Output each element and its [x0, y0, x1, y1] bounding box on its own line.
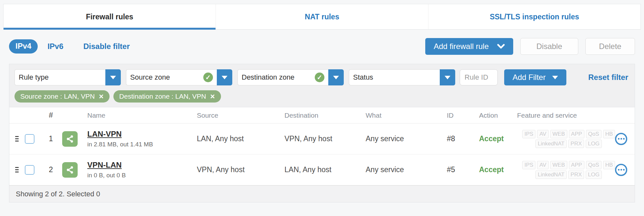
share-icon	[62, 131, 78, 147]
rule-what: Any service	[366, 165, 447, 174]
col-destination: Destination	[284, 112, 366, 119]
feature-badge: LOG	[586, 140, 602, 148]
drag-handle-icon[interactable]	[9, 136, 20, 142]
ellipsis-menu-icon[interactable]	[615, 133, 627, 145]
rule-source: LAN, Any host	[197, 134, 284, 143]
drag-handle-icon[interactable]	[9, 167, 20, 172]
chevron-down-icon	[445, 76, 450, 79]
rule-destination: LAN, Any host	[284, 165, 366, 174]
disable-filter-link[interactable]: Disable filter	[83, 42, 130, 51]
destination-zone-dropdown-button[interactable]	[328, 69, 344, 85]
share-icon	[62, 162, 78, 178]
feature-badge: WEB	[550, 161, 567, 169]
row-number: 1	[40, 134, 62, 143]
destination-zone-chip-label: Destination zone : LAN, VPN	[119, 93, 206, 100]
table-row: 1 LAN-VPN in 2.81 MB, out 1.41 MB LAN, A…	[9, 123, 635, 154]
feature-badge: WEB	[550, 130, 567, 138]
col-name: Name	[87, 112, 197, 119]
table-footer: Showing 2 of 2. Selected 0	[9, 185, 635, 202]
reset-filter-link[interactable]: Reset filter	[588, 73, 630, 82]
col-source: Source	[197, 112, 284, 119]
chevron-down-icon	[222, 76, 227, 79]
rule-type-dropdown-button[interactable]	[105, 69, 121, 85]
close-icon[interactable]: ✕	[210, 93, 215, 100]
source-zone-filter-label: Source zone	[130, 73, 201, 82]
toolbar: IPv4 IPv6 Disable filter Add firewall ru…	[9, 38, 635, 55]
tab-nat-rules[interactable]: NAT rules	[216, 4, 428, 29]
feature-badge: HB	[603, 130, 615, 138]
tab-ssl-tls-inspection-rules[interactable]: SSL/TLS inspection rules	[428, 4, 640, 29]
feature-badge: APP	[569, 161, 584, 169]
feature-badge: LinkedNAT	[535, 171, 567, 179]
page: Firewall rules NAT rules SSL/TLS inspect…	[0, 0, 644, 216]
source-zone-chip-label: Source zone : LAN, VPN	[20, 93, 95, 100]
source-zone-filter[interactable]: Source zone ✓	[126, 69, 232, 85]
add-filter-button[interactable]: Add Filter	[504, 69, 566, 85]
rule-id: #5	[447, 165, 479, 174]
feature-badge: LOG	[586, 171, 602, 179]
close-icon[interactable]: ✕	[99, 93, 104, 100]
col-feature-and-service: Feature and service	[517, 112, 635, 119]
disable-button[interactable]: Disable	[520, 38, 578, 55]
feature-badges: IPS AV WEB APP QoS HB LinkedNAT PRX LOG	[522, 161, 615, 179]
row-number: 2	[40, 165, 62, 174]
status-filter[interactable]: Status	[349, 69, 455, 85]
source-zone-dropdown-button[interactable]	[217, 69, 232, 85]
destination-zone-chip[interactable]: Destination zone : LAN, VPN ✕	[113, 90, 221, 103]
feature-badge: LinkedNAT	[535, 140, 567, 148]
feature-badge: QoS	[586, 130, 601, 138]
feature-badge: IPS	[522, 130, 535, 138]
status-dropdown-button[interactable]	[440, 69, 455, 85]
filter-row: Rule type Source zone ✓	[14, 69, 630, 85]
tab-firewall-rules[interactable]: Firewall rules	[4, 4, 216, 29]
check-icon: ✓	[203, 73, 213, 82]
feature-badge: PRX	[568, 140, 584, 148]
rule-action: Accept	[479, 165, 517, 174]
rule-traffic: in 0 B, out 0 B	[87, 172, 197, 179]
status-filter-label: Status	[353, 73, 436, 82]
table-row: 2 VPN-LAN in 0 B, out 0 B VPN, Any host …	[9, 154, 635, 185]
feature-badge: HB	[603, 161, 615, 169]
chevron-down-icon	[552, 76, 558, 79]
rule-type-filter-label: Rule type	[19, 73, 101, 82]
rule-destination: VPN, Any host	[284, 134, 366, 143]
row-checkbox[interactable]	[25, 165, 34, 175]
feature-badge: AV	[537, 130, 548, 138]
rules-panel: Rule type Source zone ✓	[9, 64, 635, 202]
feature-badge: QoS	[586, 161, 601, 169]
chevron-down-icon	[110, 76, 116, 79]
table-header: # Name Source Destination What ID Action…	[9, 107, 635, 123]
row-checkbox[interactable]	[25, 134, 34, 144]
active-filter-chips: Source zone : LAN, VPN ✕ Destination zon…	[14, 90, 630, 103]
ipv6-toggle[interactable]: IPv6	[47, 42, 63, 51]
destination-zone-filter[interactable]: Destination zone ✓	[237, 69, 344, 85]
destination-zone-filter-label: Destination zone	[242, 73, 313, 82]
feature-badge: PRX	[568, 171, 584, 179]
rule-name-link[interactable]: VPN-LAN	[87, 161, 197, 170]
showing-status: Showing 2 of 2. Selected 0	[16, 190, 100, 198]
rule-traffic: in 2.81 MB, out 1.41 MB	[87, 141, 197, 148]
rule-what: Any service	[366, 134, 447, 143]
ellipsis-menu-icon[interactable]	[615, 164, 627, 176]
check-icon: ✓	[315, 73, 324, 82]
rule-id-input[interactable]	[460, 69, 498, 85]
ipv4-toggle[interactable]: IPv4	[9, 39, 38, 54]
col-id: ID	[447, 112, 479, 119]
tab-bar: Firewall rules NAT rules SSL/TLS inspect…	[3, 4, 641, 30]
add-firewall-rule-label: Add firewall rule	[434, 42, 489, 51]
filter-panel: Rule type Source zone ✓	[9, 64, 635, 107]
col-number: #	[40, 111, 62, 120]
rule-source: VPN, Any host	[197, 165, 284, 174]
rule-id: #8	[447, 134, 479, 143]
chevron-down-icon	[333, 76, 339, 79]
feature-badge: APP	[569, 130, 584, 138]
add-filter-label: Add Filter	[513, 73, 546, 82]
delete-button[interactable]: Delete	[585, 38, 635, 55]
rule-name-link[interactable]: LAN-VPN	[87, 130, 197, 139]
source-zone-chip[interactable]: Source zone : LAN, VPN ✕	[14, 90, 110, 103]
rule-action: Accept	[479, 134, 517, 143]
add-firewall-rule-button[interactable]: Add firewall rule	[425, 38, 513, 55]
feature-badge: IPS	[522, 161, 535, 169]
rule-type-filter[interactable]: Rule type	[14, 69, 121, 85]
col-action: Action	[479, 112, 517, 119]
